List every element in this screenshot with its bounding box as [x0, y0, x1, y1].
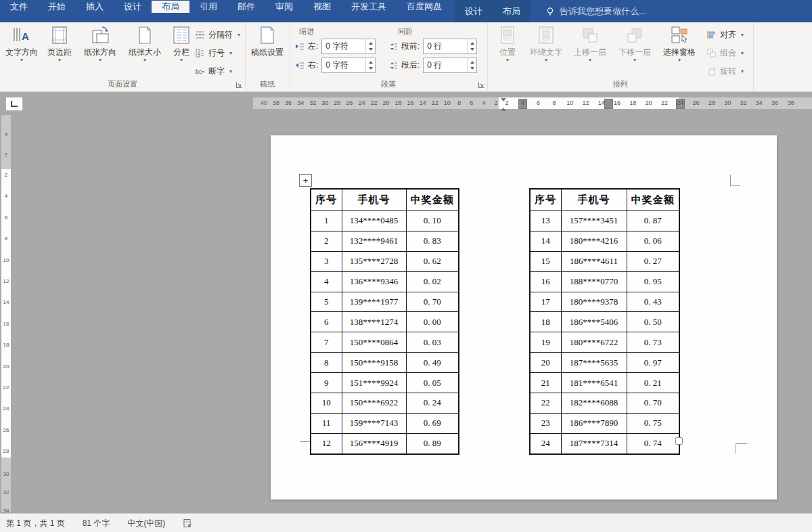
table-cell[interactable]: 4: [311, 271, 342, 292]
hyphenation-button[interactable]: bc 断字 ▾: [195, 66, 232, 77]
table-cell[interactable]: 138****1274: [342, 312, 406, 332]
tab-布局[interactable]: 布局: [152, 1, 189, 13]
table-cell[interactable]: 132****9461: [342, 231, 406, 251]
table-cell[interactable]: 0. 27: [627, 251, 679, 271]
grid-paper-setup-button[interactable]: 稿纸设置: [248, 25, 286, 57]
table-cell[interactable]: 180****9378: [561, 292, 627, 312]
vertical-ruler[interactable]: 42246810121416182022242628303234: [1, 115, 11, 512]
table-cell[interactable]: 0. 00: [406, 312, 459, 332]
table-cell[interactable]: 0. 49: [406, 353, 459, 373]
line-numbers-button[interactable]: 1 行号 ▾: [195, 47, 232, 59]
table-cell[interactable]: 16: [530, 271, 561, 292]
table-cell[interactable]: 159****7143: [342, 413, 406, 433]
table-cell[interactable]: 24: [530, 433, 561, 453]
table-cell[interactable]: 186****4611: [561, 251, 627, 271]
table-cell[interactable]: 150****6922: [342, 393, 406, 414]
table-cell[interactable]: 0. 75: [627, 413, 679, 433]
table-cell[interactable]: 0. 03: [406, 332, 459, 353]
bring-forward-button[interactable]: 上移一层 ▾: [568, 25, 612, 63]
tab-邮件[interactable]: 邮件: [227, 1, 265, 13]
tab-设计[interactable]: 设计: [114, 1, 152, 13]
table-cell[interactable]: 0. 87: [627, 211, 679, 231]
wrap-text-button[interactable]: 环绕文字 ▾: [525, 25, 567, 63]
table-cell[interactable]: 181****6541: [561, 373, 627, 393]
document-page[interactable]: + 序号手机号中奖金额1134****04850. 102132****9461…: [271, 135, 777, 500]
table-cell[interactable]: 0. 74: [627, 433, 679, 453]
table-cell[interactable]: 0. 97: [627, 353, 679, 373]
table-cell[interactable]: 0. 70: [406, 292, 459, 312]
contextual-tab-设计[interactable]: 设计: [455, 0, 493, 22]
paragraph-dialog-launcher-icon[interactable]: [478, 81, 485, 89]
table-move-handle[interactable]: +: [299, 174, 312, 187]
orientation-button[interactable]: 纸张方向 ▾: [78, 25, 122, 63]
table-cell[interactable]: 139****1977: [342, 292, 406, 312]
spinner-arrows[interactable]: [365, 58, 375, 72]
table-resize-handle[interactable]: [675, 437, 683, 445]
table-cell[interactable]: 13: [530, 211, 561, 231]
align-button[interactable]: 对齐 ▾: [706, 29, 744, 41]
table-cell[interactable]: 2: [311, 231, 342, 251]
table-cell[interactable]: 17: [530, 292, 561, 312]
table-cell[interactable]: 9: [311, 373, 342, 393]
breaks-button[interactable]: 分隔符 ▾: [195, 29, 240, 41]
table-cell[interactable]: 180****6722: [561, 332, 627, 353]
table-cell[interactable]: 0. 06: [627, 231, 679, 251]
table-cell[interactable]: 20: [530, 353, 561, 373]
table-cell[interactable]: 22: [530, 393, 561, 414]
table-cell[interactable]: 135****2728: [342, 251, 406, 271]
table-cell[interactable]: 186****5406: [561, 312, 627, 332]
table-cell[interactable]: 7: [311, 332, 342, 353]
tab-审阅[interactable]: 审阅: [265, 1, 303, 13]
paper-size-button[interactable]: 纸张大小 ▾: [123, 25, 166, 63]
text-direction-button[interactable]: A 文字方向 ▾: [3, 25, 41, 63]
tab-开始[interactable]: 开始: [38, 1, 76, 13]
table-cell[interactable]: 0. 70: [627, 393, 679, 414]
page-indicator[interactable]: 第 1 页，共 1 页: [6, 518, 65, 529]
table-cell[interactable]: 150****0864: [342, 332, 406, 353]
tab-百度网盘[interactable]: 百度网盘: [397, 1, 452, 13]
table-cell[interactable]: 18: [530, 312, 561, 332]
send-backward-button[interactable]: 下移一层 ▾: [613, 25, 656, 63]
table-cell[interactable]: 12: [311, 433, 342, 453]
tab-视图[interactable]: 视图: [303, 1, 341, 13]
word-count[interactable]: 81 个字: [83, 518, 110, 529]
table-cell[interactable]: 156****4919: [342, 433, 406, 453]
table-cell[interactable]: 187****5635: [561, 353, 627, 373]
tab-插入[interactable]: 插入: [76, 1, 114, 13]
table-cell[interactable]: 3: [311, 251, 342, 271]
table-cell[interactable]: 0. 05: [406, 373, 459, 393]
horizontal-ruler[interactable]: 4038363432302826242220181614121086422468…: [0, 97, 812, 110]
indent-right-input[interactable]: 0 字符: [321, 58, 376, 73]
table-cell[interactable]: 0. 21: [627, 373, 679, 393]
table-cell[interactable]: 11: [311, 413, 342, 433]
table-cell[interactable]: 0. 83: [406, 231, 459, 251]
rotate-button[interactable]: 旋转 ▾: [706, 66, 744, 77]
table-cell[interactable]: 0. 43: [627, 292, 679, 312]
selection-pane-button[interactable]: 选择窗格 ▾: [658, 25, 701, 63]
table-cell[interactable]: 19: [530, 332, 561, 353]
table-cell[interactable]: 0. 62: [406, 251, 459, 271]
table-cell[interactable]: 136****9346: [342, 271, 406, 292]
table-cell[interactable]: 0. 95: [627, 271, 679, 292]
spacing-after-input[interactable]: 0 行: [423, 58, 477, 73]
spinner-arrows[interactable]: [467, 39, 476, 53]
proofing-status-icon[interactable]: [183, 518, 192, 528]
margins-button[interactable]: 页边距 ▾: [42, 25, 77, 63]
spinner-arrows[interactable]: [467, 58, 476, 72]
table-cell[interactable]: 180****4216: [561, 231, 627, 251]
table-cell[interactable]: 0. 24: [406, 393, 459, 414]
table-cell[interactable]: 186****7890: [561, 413, 627, 433]
spinner-arrows[interactable]: [365, 39, 375, 53]
table-cell[interactable]: 6: [311, 312, 342, 332]
table-column-marker[interactable]: [604, 99, 613, 109]
table-cell[interactable]: 188****0770: [561, 271, 627, 292]
table-cell[interactable]: 0. 50: [627, 312, 679, 332]
table-cell[interactable]: 0. 10: [406, 211, 459, 231]
table-cell[interactable]: 0. 89: [406, 433, 459, 453]
table-cell[interactable]: 1: [311, 211, 342, 231]
spacing-before-input[interactable]: 0 行: [423, 39, 477, 54]
table-cell[interactable]: 187****7314: [561, 433, 627, 453]
table-cell[interactable]: 0. 69: [406, 413, 459, 433]
table-cell[interactable]: 5: [311, 292, 342, 312]
table-cell[interactable]: 150****9158: [342, 353, 406, 373]
